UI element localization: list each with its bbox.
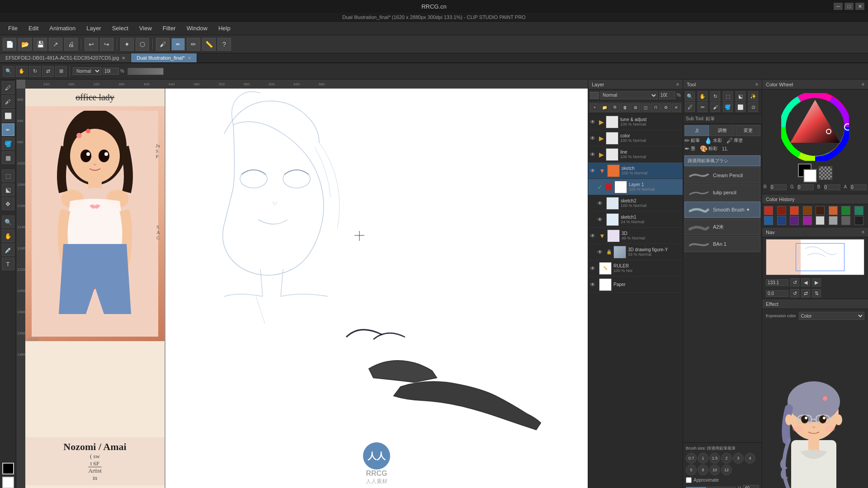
flip-h-btn[interactable]: ⇄	[801, 289, 810, 297]
layer-tune-adjust[interactable]: 👁 ▶ tune & adjust 100 % Normal	[588, 114, 683, 130]
brush-tool[interactable]: ✒	[2, 123, 14, 136]
menu-layer[interactable]: Layer	[82, 23, 106, 33]
tool-rotate-btn2[interactable]: ↻	[710, 91, 720, 101]
menu-edit[interactable]: Edit	[24, 23, 43, 33]
layer-eye-3d[interactable]: 👁	[590, 233, 597, 239]
help-btn[interactable]: ?	[217, 38, 231, 51]
lasso-tool[interactable]: ⬕	[2, 183, 14, 196]
tab1-close[interactable]: ✕	[122, 56, 125, 61]
brush-tool-btn[interactable]: 🖌	[156, 38, 170, 51]
flip-btn[interactable]: ⇄	[42, 66, 54, 77]
tool-pen-btn2[interactable]: 🖊	[685, 102, 695, 112]
layer-opacity-field[interactable]	[659, 91, 675, 99]
navigator-thumbnail[interactable]	[766, 239, 864, 275]
brush-adj-btn[interactable]: 調整	[710, 125, 735, 136]
layer-opacity-input[interactable]	[103, 68, 119, 75]
color-mix-btn[interactable]: ✦	[120, 38, 134, 51]
layer-merge-btn[interactable]: ⊞	[631, 103, 640, 112]
menu-file[interactable]: File	[4, 23, 22, 33]
ch-12[interactable]	[803, 216, 812, 225]
size-3[interactable]: 3	[733, 453, 744, 464]
ch-6[interactable]	[829, 206, 838, 215]
menu-window[interactable]: Window	[182, 23, 212, 33]
ch-4[interactable]	[803, 206, 812, 215]
layer-delete-btn[interactable]: 🗑	[621, 103, 630, 112]
nav-next-btn[interactable]: ▶	[812, 278, 821, 286]
size-2[interactable]: 2	[721, 453, 732, 464]
v-slider[interactable]	[686, 487, 736, 488]
layer-eye-3dfig[interactable]: 👁	[597, 249, 604, 255]
tool-magic-btn[interactable]: ✨	[748, 91, 758, 101]
size-4[interactable]: 4	[745, 453, 755, 464]
brush-a2[interactable]: A2米	[684, 219, 760, 235]
ch-5[interactable]	[816, 206, 825, 215]
layer-layer1[interactable]: ✓ Layer 1 100 % Normal	[588, 179, 683, 195]
ch-9[interactable]	[764, 216, 773, 225]
tool-lasso-btn[interactable]: ⬕	[736, 91, 745, 101]
flip-v-btn[interactable]: ⇅	[812, 289, 821, 297]
redo-btn[interactable]: ↪	[100, 38, 113, 51]
tool-fill-btn2[interactable]: 🪣	[723, 102, 733, 112]
ch-8[interactable]	[854, 206, 863, 215]
layer-line[interactable]: 👁 ▶ line 100 % Normal	[588, 146, 683, 163]
tool-panel-options[interactable]: ≡	[755, 82, 758, 87]
tool-select-btn[interactable]: ⬚	[723, 91, 733, 101]
layer-eye-sketch[interactable]: 👁	[590, 168, 597, 174]
approximate-checkbox[interactable]	[686, 477, 692, 483]
foreground-color[interactable]	[2, 463, 14, 474]
size-5[interactable]: 5	[686, 465, 697, 475]
hand-tool[interactable]: ✋	[2, 230, 14, 242]
gradient-tool[interactable]: ▦	[2, 151, 14, 164]
brush-smooth[interactable]: Smooth Brush ✦	[684, 202, 760, 218]
layer-mask-btn[interactable]: ◫	[641, 103, 651, 112]
undo-btn[interactable]: ↩	[85, 38, 98, 51]
blend-mode-select[interactable]: Normal	[600, 91, 658, 99]
tool-eraser-btn2[interactable]: ⬜	[736, 102, 745, 112]
tool-hand-btn[interactable]: ✋	[698, 91, 708, 101]
brush-change-btn[interactable]: 変更	[736, 125, 760, 136]
layer-color[interactable]: 👁 ▶ color 100 % Normal	[588, 130, 683, 146]
tool-blur-btn[interactable]: ⊙	[748, 102, 758, 112]
marker-tool[interactable]: 🖋	[2, 95, 14, 108]
size-1[interactable]: 1	[698, 453, 708, 464]
eraser-tool[interactable]: ⬜	[2, 109, 14, 122]
layer-3d-figure[interactable]: 👁 🔒 3D drawing figure-Y 33 % Normal	[588, 244, 683, 260]
pen-tool-btn[interactable]: ✒	[171, 38, 185, 51]
zoom-fit-btn[interactable]: 🔍	[3, 66, 14, 77]
size-10[interactable]: 10	[709, 465, 720, 475]
maximize-button[interactable]: □	[844, 3, 854, 10]
ch-14[interactable]	[829, 216, 838, 225]
tool-zoom-btn[interactable]: 🔍	[685, 91, 695, 101]
minimize-button[interactable]: ─	[834, 3, 843, 10]
ch-3[interactable]	[790, 206, 799, 215]
layer-sketch1[interactable]: 👁 sketch1 24 % Normal	[588, 211, 683, 228]
grid-btn[interactable]: ⊞	[55, 66, 67, 77]
menu-filter[interactable]: Filter	[158, 23, 180, 33]
bg-swatch[interactable]	[803, 169, 817, 183]
size-8[interactable]: 8	[698, 465, 708, 475]
export-btn[interactable]: ↗	[49, 38, 62, 51]
layer-panel-options[interactable]: ≡	[676, 82, 679, 87]
new-folder-btn[interactable]: 📁	[600, 103, 610, 112]
layer-sketch-folder[interactable]: 👁 ▼ sketch 100 % Normal	[588, 163, 683, 179]
rotate-reset-btn[interactable]: ↺	[790, 289, 799, 297]
color-wheel-svg[interactable]	[781, 93, 849, 161]
ch-2[interactable]	[777, 206, 786, 215]
hand-btn[interactable]: ✋	[16, 66, 28, 77]
selection-tool[interactable]: ⬚	[2, 169, 14, 182]
ch-10[interactable]	[777, 216, 786, 225]
brush-cream[interactable]: Cream Pencil	[684, 167, 760, 183]
transparent-swatch[interactable]	[819, 166, 832, 180]
menu-help[interactable]: Help	[214, 23, 235, 33]
save-btn[interactable]: 💾	[33, 38, 47, 51]
size-12[interactable]: 12	[721, 465, 732, 475]
color-panel-options[interactable]: ≡	[862, 82, 864, 87]
nav-options[interactable]: ≡	[862, 230, 864, 235]
color-mode-select[interactable]: Color Gray Monochrome	[799, 312, 864, 320]
brush-ji-btn[interactable]: JI	[684, 125, 709, 136]
tab-image[interactable]: EF5DFDE2-DB01-481A-AC51-EDC854207CD5.jpg…	[0, 53, 131, 62]
layer-eye-tune[interactable]: 👁	[590, 119, 597, 125]
layer-eye-sketch1[interactable]: 👁	[597, 216, 604, 223]
menu-animation[interactable]: Animation	[45, 23, 80, 33]
layer-paper[interactable]: 👁 Paper	[588, 277, 683, 293]
